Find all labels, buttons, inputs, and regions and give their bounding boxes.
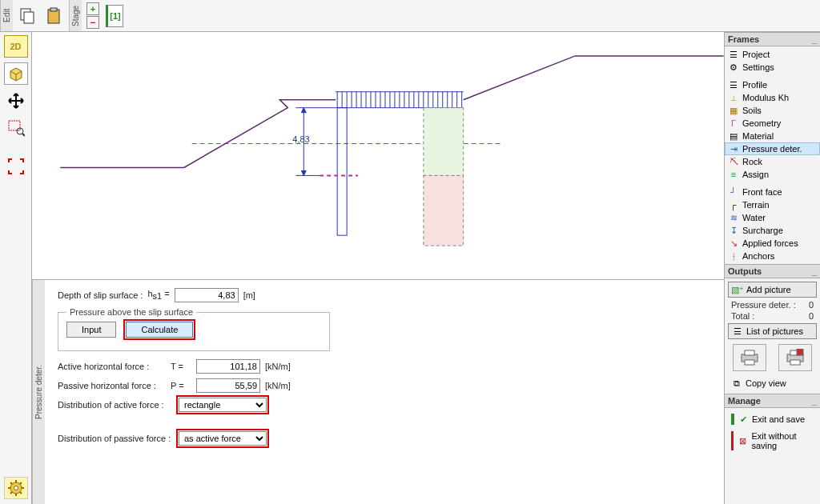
profile-icon: ☰ bbox=[728, 79, 739, 90]
check-icon: ✔ bbox=[738, 414, 749, 425]
svg-rect-52 bbox=[424, 108, 464, 176]
svg-rect-64 bbox=[797, 349, 803, 355]
svg-rect-51 bbox=[337, 108, 347, 235]
forces-icon: ↘ bbox=[728, 238, 739, 249]
svg-rect-1 bbox=[24, 12, 34, 23]
rock-icon: ⛏ bbox=[728, 156, 739, 167]
frame-project[interactable]: ☰Project bbox=[725, 48, 820, 61]
frame-settings[interactable]: ⚙Settings bbox=[725, 61, 820, 74]
list-pictures-button[interactable]: ☰ List of pictures bbox=[728, 323, 817, 339]
outputs-header: Outputs _ bbox=[725, 264, 820, 278]
depth-label: Depth of slip surface : bbox=[58, 290, 143, 300]
frames-title: Frames bbox=[728, 34, 759, 44]
dist-passive-label: Distribution of passive force : bbox=[58, 434, 174, 443]
fieldset-legend: Pressure above the slip surface bbox=[66, 307, 196, 317]
frame-soils[interactable]: ▦Soils bbox=[725, 104, 820, 117]
left-toolbar: 2D bbox=[0, 32, 32, 504]
canvas-column: 4,83 Pressure deter. Depth of slip surfa… bbox=[32, 32, 724, 504]
dist-active-select[interactable]: rectangle bbox=[179, 398, 267, 412]
manage-header: Manage _ bbox=[725, 394, 820, 408]
view-3d-button[interactable] bbox=[4, 62, 28, 85]
copy-view-button[interactable]: ⧉ Copy view bbox=[728, 376, 817, 390]
bottom-panel-label: Pressure deter. bbox=[32, 280, 45, 504]
frames-header: Frames _ bbox=[725, 32, 820, 46]
svg-rect-59 bbox=[745, 350, 754, 355]
passive-unit: [kN/m] bbox=[265, 381, 291, 390]
structure-drawing: 4,83 bbox=[32, 32, 724, 279]
dist-passive-select[interactable]: as active force bbox=[179, 431, 267, 446]
assign-icon: ≡ bbox=[728, 169, 739, 180]
fit-view-button[interactable] bbox=[4, 155, 28, 178]
modulus-icon: ⟂ bbox=[728, 92, 739, 103]
edit-panel-label: Edit bbox=[0, 0, 13, 31]
frame-anchors[interactable]: ⟊Anchors bbox=[725, 250, 820, 262]
exit-save-button[interactable]: ✔ Exit and save bbox=[728, 411, 817, 427]
paste-button[interactable] bbox=[42, 4, 66, 28]
copy-button[interactable] bbox=[16, 4, 40, 28]
pressure-icon: ⇥ bbox=[728, 143, 739, 154]
active-force-row: Active horizontal force : T = [kN/m] bbox=[58, 359, 711, 374]
active-force-input[interactable] bbox=[196, 359, 260, 374]
frame-assign[interactable]: ≡Assign bbox=[725, 168, 820, 181]
pan-tool-button[interactable] bbox=[4, 90, 28, 112]
svg-line-19 bbox=[20, 482, 22, 484]
stage-remove-button[interactable]: − bbox=[86, 16, 99, 29]
surcharge-icon: ↧ bbox=[728, 225, 739, 236]
svg-line-20 bbox=[10, 492, 12, 494]
zoom-region-button[interactable] bbox=[4, 117, 28, 139]
input-mode-button[interactable]: Input bbox=[66, 322, 116, 338]
depth-input[interactable] bbox=[175, 288, 239, 302]
frame-front-face[interactable]: ┘Front face bbox=[725, 186, 820, 198]
output-row-pressure: Pressure deter. :0 bbox=[726, 299, 818, 310]
close-icon: ⊠ bbox=[737, 435, 748, 446]
frame-applied-forces[interactable]: ↘Applied forces bbox=[725, 237, 820, 250]
soils-icon: ▦ bbox=[728, 105, 739, 116]
stage-add-button[interactable]: + bbox=[86, 2, 99, 15]
anchors-icon: ⟊ bbox=[728, 250, 739, 262]
pressure-above-fieldset: Pressure above the slip surface Input Ca… bbox=[58, 307, 330, 351]
water-icon: ≋ bbox=[728, 212, 739, 223]
manage-minimize-button[interactable]: _ bbox=[812, 396, 817, 406]
passive-symbol: P = bbox=[171, 381, 191, 390]
svg-rect-53 bbox=[424, 175, 464, 246]
stage-panel-label: Stage bbox=[69, 0, 82, 31]
add-picture-button[interactable]: ▧⁺ Add picture bbox=[728, 282, 817, 298]
stage-tab-1[interactable]: [1] bbox=[106, 5, 123, 27]
frame-modulus-kh[interactable]: ⟂Modulus Kh bbox=[725, 91, 820, 104]
frame-water[interactable]: ≋Water bbox=[725, 211, 820, 224]
exit-nosave-button[interactable]: ⊠ Exit without saving bbox=[728, 429, 817, 453]
frame-geometry[interactable]: ΓGeometry bbox=[725, 117, 820, 130]
frames-minimize-button[interactable]: _ bbox=[812, 34, 817, 44]
settings-gear-button[interactable] bbox=[4, 477, 28, 499]
outputs-minimize-button[interactable]: _ bbox=[812, 266, 817, 276]
output-row-total: Total :0 bbox=[726, 310, 818, 322]
gear-icon: ⚙ bbox=[728, 62, 739, 73]
passive-label: Passive horizontal force : bbox=[58, 381, 166, 390]
depth-row: Depth of slip surface : hs1 = [m] bbox=[58, 288, 711, 302]
drawing-canvas[interactable]: 4,83 bbox=[32, 32, 724, 280]
frame-surcharge[interactable]: ↧Surcharge bbox=[725, 224, 820, 237]
main-row: 2D bbox=[0, 32, 820, 504]
copy-icon: ⧉ bbox=[731, 378, 742, 389]
view-2d-button[interactable]: 2D bbox=[4, 35, 28, 58]
frame-profile[interactable]: ☰Profile bbox=[725, 78, 820, 91]
frame-pressure-deter[interactable]: ⇥Pressure deter. bbox=[725, 142, 820, 155]
manage-title: Manage bbox=[728, 396, 761, 406]
frame-rock[interactable]: ⛏Rock bbox=[725, 155, 820, 168]
frames-tree: ☰Project ⚙Settings ☰Profile ⟂Modulus Kh … bbox=[725, 46, 820, 264]
passive-force-input[interactable] bbox=[196, 378, 260, 393]
list-icon: ☰ bbox=[732, 326, 743, 337]
print-color-button[interactable] bbox=[778, 344, 812, 371]
svg-line-10 bbox=[22, 134, 25, 136]
dist-active-row: Distribution of active force : rectangle bbox=[58, 398, 711, 412]
top-toolbar: Edit Stage + − [1] bbox=[0, 0, 820, 32]
stage-group: + − [1] bbox=[82, 0, 130, 31]
svg-line-18 bbox=[20, 492, 22, 494]
frame-material[interactable]: ▤Material bbox=[725, 130, 820, 142]
outputs-body: ▧⁺ Add picture Pressure deter. :0 Total … bbox=[725, 278, 820, 394]
svg-line-17 bbox=[10, 482, 12, 484]
print-button[interactable] bbox=[733, 344, 766, 371]
calculate-mode-button[interactable]: Calculate bbox=[126, 322, 193, 338]
frame-terrain[interactable]: ┌Terrain bbox=[725, 198, 820, 211]
right-column: Frames _ ☰Project ⚙Settings ☰Profile ⟂Mo… bbox=[724, 32, 820, 504]
